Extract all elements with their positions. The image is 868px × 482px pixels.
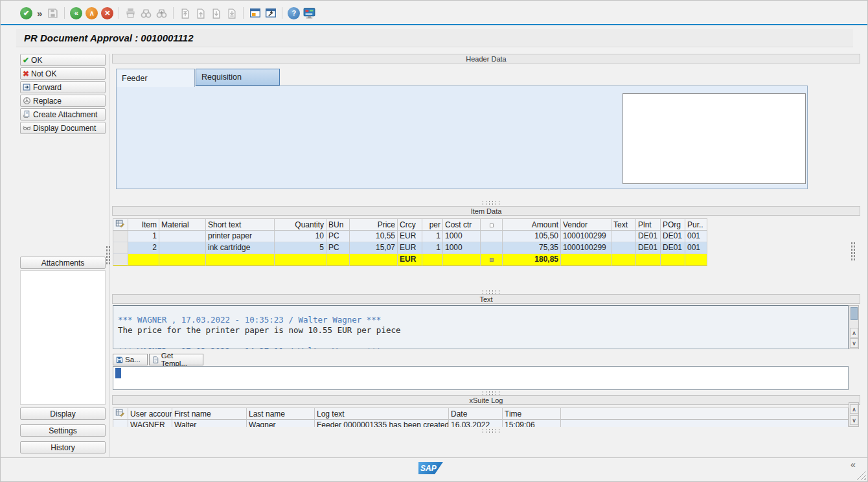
first-page-icon[interactable] [179, 7, 191, 19]
sap-logo: SAP [418, 462, 443, 474]
cell-date: 16.03.2022 [449, 420, 503, 427]
history-button[interactable]: History [20, 441, 106, 453]
cancel-icon[interactable]: ✕ [101, 7, 113, 19]
row-select-cell[interactable] [113, 420, 128, 427]
attachments-panel[interactable] [20, 270, 106, 405]
text-log-line: The price for the printer paper is now 1… [118, 325, 830, 336]
tab-feeder[interactable]: Feeder [116, 69, 195, 87]
save-text-button[interactable]: Sa... [113, 354, 148, 365]
exit-icon[interactable]: ∧ [86, 7, 98, 19]
create-attachment-button[interactable]: Create Attachment [20, 108, 106, 120]
not-ok-button[interactable]: ✖ Not OK [20, 67, 106, 80]
total-crcy: EUR [398, 254, 422, 266]
scroll-down-icon[interactable]: ∨ [850, 338, 858, 348]
last-page-icon[interactable] [225, 7, 238, 19]
sap-window: ✔ » « ∧ ✕ [0, 0, 868, 482]
row-select-cell[interactable] [113, 242, 128, 254]
splitter-handle[interactable] [481, 290, 501, 294]
find-next-icon[interactable] [155, 7, 168, 19]
cell-material [159, 242, 206, 254]
resize-grip[interactable] [856, 471, 866, 480]
col-pur[interactable]: Pur.. [685, 218, 707, 231]
header-data-title: Header Data [466, 55, 506, 63]
get-template-label: Get Templ... [161, 352, 200, 367]
generate-shortcut-icon[interactable] [264, 7, 277, 19]
collapse-statusbar-button[interactable]: « [851, 459, 856, 470]
col-date[interactable]: Date [449, 407, 503, 420]
table-config-icon[interactable] [113, 407, 128, 420]
toolbar-separator [282, 7, 282, 19]
row-select-cell[interactable] [113, 231, 128, 242]
col-log-text[interactable]: Log text [315, 407, 449, 420]
get-template-button[interactable]: Get Templ... [149, 354, 203, 365]
splitter-handle[interactable] [481, 428, 501, 433]
splitter-handle[interactable] [481, 200, 501, 205]
col-first-name[interactable]: First name [172, 407, 247, 420]
scrollbar-thumb[interactable] [851, 307, 858, 320]
col-crcy[interactable]: Crcy [398, 218, 422, 231]
attachments-header[interactable]: Attachments [20, 257, 106, 269]
header-note-box[interactable] [622, 93, 806, 184]
save-text-label: Sa... [125, 356, 141, 363]
splitter-handle[interactable] [851, 242, 855, 261]
col-bun[interactable]: BUn [326, 218, 350, 231]
row-select-cell[interactable] [113, 254, 128, 266]
display-document-button[interactable]: Display Document [20, 122, 106, 134]
previous-page-icon[interactable] [194, 7, 207, 19]
ok-button[interactable]: ✔ OK [20, 54, 106, 66]
settings-button[interactable]: Settings [20, 424, 106, 437]
cell-porg: DE01 [661, 231, 685, 242]
display-button[interactable]: Display [20, 407, 106, 420]
col-quantity[interactable]: Quantity [275, 218, 326, 231]
cell-pur: 001 [685, 231, 707, 242]
col-time[interactable]: Time [503, 407, 561, 420]
toolbar-divider [1, 24, 867, 25]
print-icon[interactable] [124, 7, 137, 19]
col-porg[interactable]: POrg [661, 218, 685, 231]
forward-button[interactable]: Forward [20, 81, 106, 93]
scroll-down-icon[interactable]: ∨ [850, 415, 858, 425]
cell-first-name: Walter [172, 420, 247, 427]
next-page-icon[interactable] [210, 7, 222, 19]
customize-layout-icon[interactable] [303, 7, 315, 19]
continue-icon[interactable]: ✔ [20, 7, 32, 19]
replace-button[interactable]: Replace [20, 95, 106, 107]
col-amount[interactable]: Amount [503, 218, 561, 231]
xsuite-log-table: User account First name Last name Log te… [113, 407, 849, 427]
scroll-up-icon[interactable]: ∧ [850, 328, 858, 338]
textarea-scrollbar[interactable]: ∧ ∨ [849, 305, 859, 349]
more-icon[interactable]: » [36, 8, 43, 19]
col-user-account[interactable]: User account [128, 407, 172, 420]
xsuite-scrollbar[interactable]: ∧ ∨ [849, 402, 859, 427]
table-config-icon[interactable] [113, 218, 128, 231]
col-item[interactable]: Item [128, 218, 159, 231]
scroll-up-icon[interactable]: ∧ [850, 404, 858, 414]
help-icon[interactable]: ? [288, 7, 300, 19]
col-material[interactable]: Material [159, 218, 206, 231]
save-icon[interactable] [47, 7, 59, 19]
col-per[interactable]: per [422, 218, 443, 231]
col-plnt[interactable]: Plnt [636, 218, 661, 231]
col-flag[interactable] [481, 218, 503, 231]
header-data-band: Header Data [112, 54, 860, 63]
splitter-handle[interactable] [481, 391, 501, 395]
item-row-2[interactable]: 2 ink cartridge 5 PC 15,07 EUR 1 1000 75… [113, 242, 707, 254]
find-icon[interactable] [140, 7, 152, 19]
col-text[interactable]: Text [611, 218, 636, 231]
item-row-1[interactable]: 1 printer paper 10 PC 10,55 EUR 1 1000 1… [113, 231, 707, 242]
cell-short-text: printer paper [206, 231, 275, 242]
new-session-icon[interactable] [249, 7, 261, 19]
col-last-name[interactable]: Last name [247, 407, 315, 420]
col-cost-ctr[interactable]: Cost ctr [443, 218, 481, 231]
col-short-text[interactable]: Short text [206, 218, 275, 231]
xsuite-log-row[interactable]: WAGNER Walter Wagner Feeder 0000001335 h… [113, 420, 849, 427]
tab-requisition[interactable]: Requisition [196, 69, 280, 86]
new-text-input[interactable] [113, 366, 849, 390]
splitter-handle[interactable] [106, 246, 110, 265]
col-price[interactable]: Price [350, 218, 398, 231]
text-log-area[interactable]: *** WAGNER , 17.03.2022 - 10:35:23 / Wal… [113, 305, 849, 349]
title-bar: PR Document Approval : 0010001112 [16, 29, 853, 47]
col-vendor[interactable]: Vendor [561, 218, 611, 231]
cell-per: 1 [422, 242, 443, 254]
back-icon[interactable]: « [70, 7, 82, 19]
